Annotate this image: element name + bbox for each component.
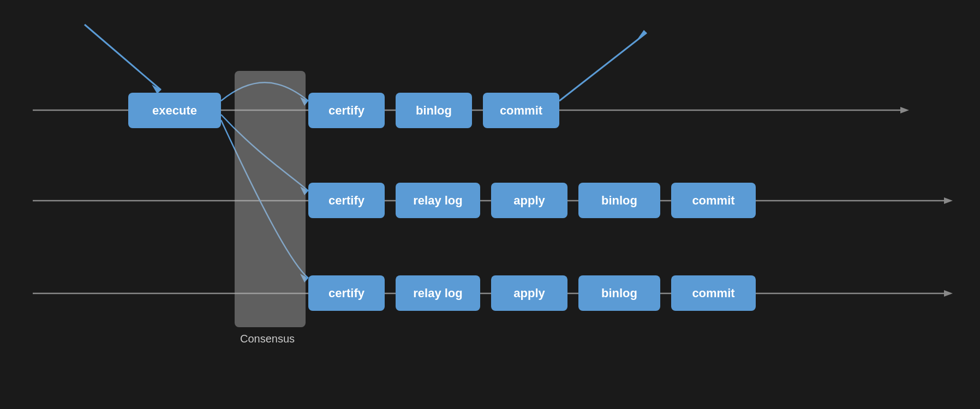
svg-line-22 — [559, 33, 647, 101]
consensus-box — [235, 71, 306, 327]
execute-box: execute — [128, 93, 221, 128]
apply3-box: apply — [491, 275, 567, 311]
certify1-box: certify — [308, 93, 385, 128]
diagram-container: Consensus execute certify binlog commit … — [0, 0, 980, 409]
svg-marker-5 — [900, 107, 909, 113]
svg-marker-19 — [944, 290, 953, 297]
commit3-box: commit — [671, 275, 756, 311]
certify2-box: certify — [308, 183, 385, 218]
svg-marker-12 — [944, 197, 953, 204]
commit1-box: commit — [483, 93, 559, 128]
relaylog3-box: relay log — [396, 275, 480, 311]
binlog2-box: binlog — [578, 183, 660, 218]
commit2-box: commit — [671, 183, 756, 218]
diagram-svg — [0, 0, 980, 409]
svg-line-20 — [85, 25, 161, 90]
binlog3-box: binlog — [578, 275, 660, 311]
relaylog2-box: relay log — [396, 183, 480, 218]
binlog1-box: binlog — [396, 93, 472, 128]
certify3-box: certify — [308, 275, 385, 311]
consensus-label: Consensus — [240, 333, 295, 345]
apply2-box: apply — [491, 183, 567, 218]
